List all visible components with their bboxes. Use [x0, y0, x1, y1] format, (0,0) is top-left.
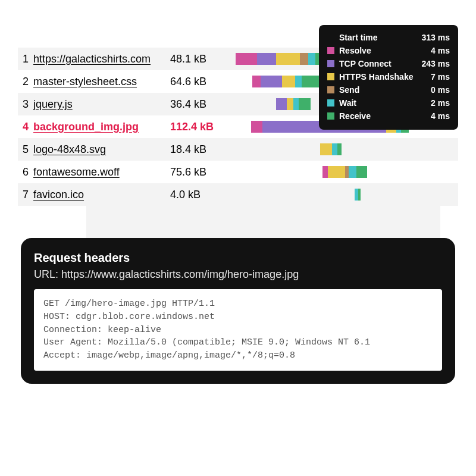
request-size: 36.4 kB	[170, 98, 236, 111]
legend-row-wait: Wait2 ms	[327, 96, 450, 109]
row-index: 6	[18, 166, 33, 178]
row-index: 7	[18, 189, 33, 201]
request-size: 4.0 kB	[170, 189, 236, 201]
timing-segment-send	[300, 53, 308, 65]
request-headers-url: URL: https://www.galacticshirts.com/img/…	[34, 268, 442, 281]
swatch-icon	[327, 99, 334, 107]
request-headers-title: Request headers	[34, 251, 442, 265]
request-size: 112.4 kB	[170, 121, 236, 133]
timing-segment-receive	[356, 166, 367, 178]
request-timing-bar	[236, 143, 434, 155]
table-row[interactable]: 7favicon.ico4.0 kB	[18, 183, 458, 206]
legend-label: Start time	[339, 33, 378, 42]
swatch-icon	[327, 73, 334, 80]
row-index: 1	[18, 53, 33, 65]
legend-value: 313 ms	[422, 33, 450, 42]
timing-legend: Start time313 msResolve4 msTCP Connect24…	[319, 25, 458, 130]
row-index: 2	[18, 76, 33, 88]
legend-row-https: HTTPS Handshake7 ms	[327, 70, 450, 83]
timing-segment-https	[282, 76, 295, 87]
timing-segment-wait	[308, 53, 315, 65]
table-row[interactable]: 5logo-48x48.svg18.4 kB	[18, 138, 458, 161]
legend-value: 4 ms	[431, 46, 450, 55]
timing-segment-https	[287, 98, 293, 110]
legend-label: TCP Connect	[339, 59, 392, 68]
request-name-link[interactable]: fontawesome.woff	[33, 166, 170, 178]
timing-segment-receive	[358, 189, 360, 201]
legend-label: Send	[339, 85, 359, 95]
swatch-icon	[327, 47, 334, 54]
row-index: 3	[18, 98, 33, 111]
swatch-icon	[327, 86, 334, 93]
row-index: 5	[18, 143, 33, 156]
row-index: 4	[18, 121, 33, 133]
request-size: 64.6 kB	[170, 76, 236, 88]
timing-segment-resolve	[252, 76, 261, 87]
legend-value: 243 ms	[422, 59, 450, 68]
swatch-icon	[327, 60, 334, 67]
timing-segment-resolve	[251, 121, 262, 133]
legend-row-tcp: TCP Connect243 ms	[327, 57, 450, 70]
timing-segment-tcp	[257, 53, 276, 65]
request-size: 18.4 kB	[170, 143, 236, 156]
request-timing-bar	[236, 189, 434, 201]
legend-value: 7 ms	[431, 72, 450, 82]
request-name-link[interactable]: https://galacticshirts.com	[33, 53, 170, 65]
request-size: 48.1 kB	[170, 53, 236, 65]
legend-value: 4 ms	[431, 111, 450, 121]
request-timing-bar	[236, 166, 434, 178]
timing-segment-wait	[332, 143, 338, 155]
timing-segment-tcp	[261, 76, 281, 87]
timing-segment-https	[276, 53, 300, 65]
timing-segment-resolve	[322, 166, 328, 178]
request-name-link[interactable]: background_img.jpg	[33, 121, 170, 133]
legend-label: Receive	[339, 111, 371, 121]
legend-value: 0 ms	[431, 85, 450, 95]
request-name-link[interactable]: favicon.ico	[33, 189, 170, 201]
timing-segment-resolve	[236, 53, 257, 65]
legend-label: HTTPS Handshake	[339, 72, 413, 82]
timing-segment-wait	[293, 98, 299, 110]
timing-segment-tcp	[276, 98, 287, 110]
request-size: 75.6 kB	[170, 166, 236, 178]
legend-label: Resolve	[339, 46, 371, 55]
timing-segment-https	[320, 143, 331, 155]
request-name-link[interactable]: jquery.js	[33, 98, 170, 111]
legend-row-resolve: Resolve4 ms	[327, 44, 450, 57]
timing-segment-receive	[337, 143, 341, 155]
legend-value: 2 ms	[431, 98, 450, 108]
request-name-link[interactable]: master-stylesheet.css	[33, 76, 170, 88]
request-name-link[interactable]: logo-48x48.svg	[33, 143, 170, 156]
timing-segment-receive	[299, 98, 310, 110]
legend-row-receive: Receive4 ms	[327, 109, 450, 123]
legend-start-time: Start time313 ms	[327, 31, 450, 44]
legend-label: Wait	[339, 98, 356, 108]
request-headers-body: GET /img/hero-image.jpg HTTP/1.1 HOST: c…	[34, 289, 442, 371]
timing-segment-https	[328, 166, 345, 178]
legend-row-send: Send0 ms	[327, 83, 450, 96]
timing-segment-wait	[349, 166, 356, 178]
swatch-icon	[327, 112, 334, 120]
timing-segment-wait	[295, 76, 302, 87]
table-row[interactable]: 6fontawesome.woff75.6 kB	[18, 161, 458, 183]
request-headers-panel: Request headers URL: https://www.galacti…	[21, 238, 455, 384]
